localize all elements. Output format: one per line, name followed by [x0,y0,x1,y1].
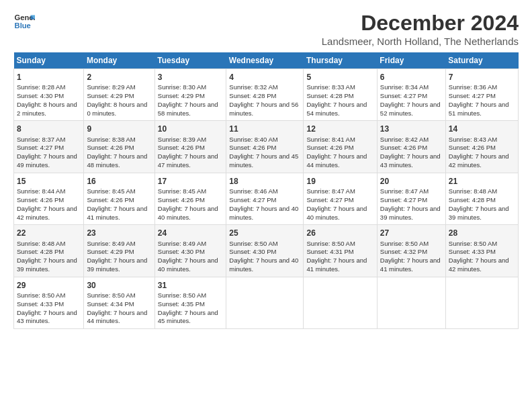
day-number: 15 [17,176,81,187]
calendar-cell: 23Sunrise: 8:49 AMSunset: 4:29 PMDayligh… [84,225,154,277]
day-number: 26 [306,228,373,238]
sunset-label: Sunset: 4:27 PM [17,144,64,151]
calendar-cell: 13Sunrise: 8:42 AMSunset: 4:26 PMDayligh… [377,121,445,173]
daylight-label: Daylight: 7 hours and 40 minutes. [158,205,218,221]
day-number: 7 [449,72,515,83]
sunset-label: Sunset: 4:27 PM [380,92,427,99]
sunrise-label: Sunrise: 8:32 AM [229,83,277,91]
calendar-cell: 7Sunrise: 8:36 AMSunset: 4:27 PMDaylight… [445,69,518,121]
calendar-cell: 26Sunrise: 8:50 AMSunset: 4:31 PMDayligh… [304,225,377,277]
sunrise-label: Sunrise: 8:36 AM [449,83,497,91]
day-number: 31 [158,280,224,291]
daylight-label: Daylight: 7 hours and 42 minutes. [449,152,509,169]
day-number: 29 [17,280,81,291]
calendar-cell: 30Sunrise: 8:50 AMSunset: 4:34 PMDayligh… [84,277,154,328]
sunset-label: Sunset: 4:26 PM [158,196,205,203]
day-number: 6 [380,72,443,83]
sunrise-label: Sunrise: 8:48 AM [17,240,65,247]
calendar-cell: 20Sunrise: 8:47 AMSunset: 4:27 PMDayligh… [377,173,445,224]
day-number: 16 [87,176,151,187]
calendar-cell: 6Sunrise: 8:34 AMSunset: 4:27 PMDaylight… [377,69,445,121]
day-number: 8 [17,124,81,134]
daylight-label: Daylight: 7 hours and 47 minutes. [158,152,218,169]
col-saturday: Saturday [445,52,518,69]
sunset-label: Sunset: 4:29 PM [158,92,205,99]
sunset-label: Sunset: 4:26 PM [158,144,205,151]
sunrise-label: Sunrise: 8:34 AM [380,83,429,91]
sunset-label: Sunset: 4:26 PM [17,196,64,203]
sunset-label: Sunset: 4:31 PM [306,248,353,255]
sunset-label: Sunset: 4:29 PM [87,92,134,99]
logo-icon: General Blue [13,11,35,32]
sunrise-label: Sunrise: 8:50 AM [306,240,355,247]
daylight-label: Daylight: 7 hours and 40 minutes. [229,205,298,221]
day-number: 9 [87,124,151,134]
daylight-label: Daylight: 7 hours and 42 minutes. [17,205,77,221]
sunset-label: Sunset: 4:28 PM [17,248,64,255]
sunrise-label: Sunrise: 8:50 AM [229,240,277,247]
day-number: 19 [306,176,373,187]
calendar-cell [445,277,518,328]
sunrise-label: Sunrise: 8:40 AM [229,136,277,143]
daylight-label: Daylight: 7 hours and 39 minutes. [87,257,147,273]
day-number: 11 [229,124,300,134]
daylight-label: Daylight: 7 hours and 52 minutes. [380,101,441,117]
sunrise-label: Sunrise: 8:48 AM [449,187,497,195]
calendar-cell [377,277,445,328]
sunset-label: Sunset: 4:30 PM [17,92,64,99]
sunset-label: Sunset: 4:33 PM [449,248,496,255]
calendar-week-1: 8Sunrise: 8:37 AMSunset: 4:27 PMDaylight… [14,121,519,173]
sunset-label: Sunset: 4:27 PM [449,92,496,99]
sunrise-label: Sunrise: 8:50 AM [87,291,135,299]
calendar-cell: 29Sunrise: 8:50 AMSunset: 4:33 PMDayligh… [14,277,84,328]
sunrise-label: Sunrise: 8:33 AM [306,83,355,91]
calendar-cell [226,277,304,328]
calendar-cell: 9Sunrise: 8:38 AMSunset: 4:26 PMDaylight… [84,121,154,173]
sunrise-label: Sunrise: 8:30 AM [158,83,206,91]
daylight-label: Daylight: 7 hours and 39 minutes. [17,257,77,273]
sunrise-label: Sunrise: 8:45 AM [158,187,206,195]
sunset-label: Sunset: 4:32 PM [380,248,427,255]
day-number: 27 [380,228,443,238]
sunrise-label: Sunrise: 8:39 AM [158,136,206,143]
day-number: 1 [17,72,81,83]
calendar-cell: 10Sunrise: 8:39 AMSunset: 4:26 PMDayligh… [154,121,226,173]
sunrise-label: Sunrise: 8:49 AM [87,240,135,247]
calendar-cell: 27Sunrise: 8:50 AMSunset: 4:32 PMDayligh… [377,225,445,277]
sunrise-label: Sunrise: 8:47 AM [380,187,429,195]
calendar-week-3: 22Sunrise: 8:48 AMSunset: 4:28 PMDayligh… [14,225,519,277]
day-number: 3 [158,72,224,83]
calendar-week-2: 15Sunrise: 8:44 AMSunset: 4:26 PMDayligh… [14,173,519,224]
day-number: 28 [449,228,515,238]
daylight-label: Daylight: 8 hours and 0 minutes. [87,101,147,117]
day-number: 20 [380,176,443,187]
sunrise-label: Sunrise: 8:50 AM [449,240,497,247]
daylight-label: Daylight: 7 hours and 43 minutes. [17,309,77,325]
day-number: 5 [306,72,373,83]
day-number: 4 [229,72,300,83]
col-thursday: Thursday [304,52,377,69]
daylight-label: Daylight: 7 hours and 56 minutes. [229,101,298,117]
daylight-label: Daylight: 7 hours and 44 minutes. [306,152,367,169]
calendar-week-0: 1Sunrise: 8:28 AMSunset: 4:30 PMDaylight… [14,69,519,121]
daylight-label: Daylight: 7 hours and 40 minutes. [306,205,367,221]
daylight-label: Daylight: 8 hours and 2 minutes. [17,101,77,117]
header-row: Sunday Monday Tuesday Wednesday Thursday… [14,52,519,69]
main-title: December 2024 [322,11,519,36]
logo: General Blue [13,11,35,32]
subtitle: Landsmeer, North Holland, The Netherland… [322,36,519,47]
sunset-label: Sunset: 4:26 PM [449,144,496,151]
calendar-cell: 31Sunrise: 8:50 AMSunset: 4:35 PMDayligh… [154,277,226,328]
sunrise-label: Sunrise: 8:41 AM [306,136,355,143]
col-wednesday: Wednesday [226,52,304,69]
calendar-cell: 1Sunrise: 8:28 AMSunset: 4:30 PMDaylight… [14,69,84,121]
daylight-label: Daylight: 7 hours and 48 minutes. [87,152,147,169]
daylight-label: Daylight: 7 hours and 40 minutes. [158,257,218,273]
calendar-cell: 15Sunrise: 8:44 AMSunset: 4:26 PMDayligh… [14,173,84,224]
day-number: 24 [158,228,224,238]
daylight-label: Daylight: 7 hours and 58 minutes. [158,101,218,117]
daylight-label: Daylight: 7 hours and 43 minutes. [380,152,441,169]
daylight-label: Daylight: 7 hours and 41 minutes. [306,257,367,273]
calendar-cell: 19Sunrise: 8:47 AMSunset: 4:27 PMDayligh… [304,173,377,224]
sunrise-label: Sunrise: 8:28 AM [17,83,65,91]
